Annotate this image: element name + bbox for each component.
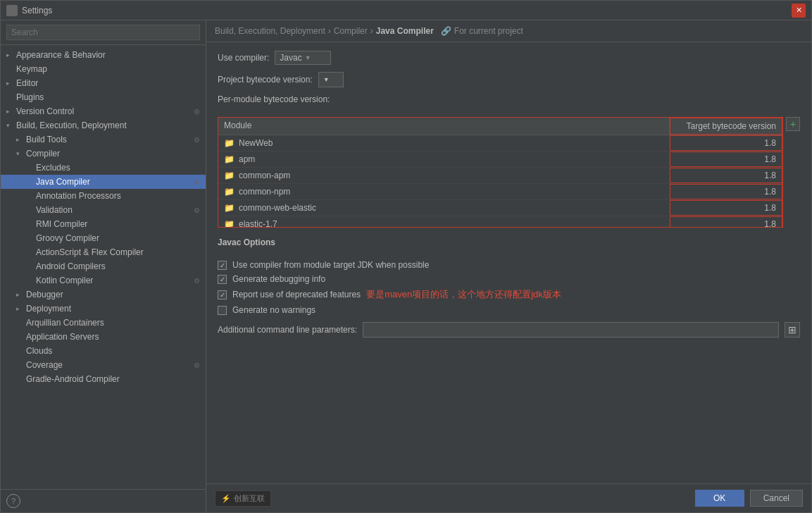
sidebar-item-label-groovy-compiler: Groovy Compiler [36,233,200,243]
sidebar-item-build-tools[interactable]: ▸Build Tools⚙ [1,132,206,147]
project-bytecode-select[interactable]: ▼ [318,72,344,87]
expand-icon-appearance: ▸ [6,51,16,58]
module-name: common-apm [239,171,290,180]
help-button[interactable]: ? [6,494,20,508]
sidebar-item-label-clouds: Clouds [26,346,200,356]
sidebar-item-android-compilers[interactable]: Android Compilers [1,259,206,273]
title-bar: Settings ✕ [1,1,811,20]
breadcrumb-part1: Build, Execution, Deployment [215,26,325,36]
for-current-project: For current project [454,26,523,36]
sidebar-item-label-excludes: Excludes [36,163,200,173]
sidebar-item-groovy-compiler[interactable]: Groovy Compiler [1,231,206,245]
search-input[interactable] [6,25,200,40]
sidebar-item-build-execution[interactable]: ▾Build, Execution, Deployment [1,118,206,132]
sidebar-item-appearance[interactable]: ▸Appearance & Behavior [1,48,206,62]
table-row[interactable]: 📁common-web-elastic1.8 [218,200,782,216]
sidebar-item-arquillian-containers[interactable]: Arquillian Containers [1,316,206,330]
sidebar-item-label-compiler: Compiler [26,149,200,159]
cancel-button[interactable]: Cancel [750,490,803,507]
window-title: Settings [22,6,792,16]
sidebar-item-label-version-control: Version Control [16,106,191,116]
settings-icon-build-tools: ⚙ [194,136,200,144]
breadcrumb-sep1: › [328,26,331,36]
settings-icon-kotlin-compiler: ⚙ [194,277,200,285]
expand-icon-version-control: ▸ [6,108,16,115]
cmdline-expand-button[interactable]: ⊞ [785,322,800,338]
target-version-col: 1.8 [670,152,782,167]
main-panel: Build, Execution, Deployment › Compiler … [206,20,811,512]
target-version-col: 1.8 [670,135,782,151]
breadcrumb-current: Java Compiler [376,26,434,36]
table-sidebar: + [786,117,800,228]
sidebar-item-java-compiler[interactable]: Java Compiler⚙ [1,175,206,189]
sidebar-item-label-arquillian-containers: Arquillian Containers [26,318,200,328]
add-module-button[interactable]: + [786,117,800,131]
sidebar-item-keymap[interactable]: Keymap [1,62,206,76]
cmdline-input[interactable] [363,322,779,338]
checkbox-label-report-deprecated: Report use of deprecated features [232,290,361,299]
sidebar-item-gradle-android[interactable]: Gradle-Android Compiler [1,372,206,386]
sidebar-item-excludes[interactable]: Excludes [1,161,206,175]
use-compiler-select[interactable]: Javac ▼ [275,51,331,65]
table-row[interactable]: 📁elastic-1.71.8 [218,216,782,227]
bytecode-arrow: ▼ [323,76,330,83]
sidebar-item-plugins[interactable]: Plugins [1,90,206,104]
settings-icon-validation: ⚙ [194,206,200,214]
sidebar-item-editor[interactable]: ▸Editor [1,76,206,90]
sidebar-item-label-editor: Editor [16,78,200,88]
close-button[interactable]: ✕ [792,4,806,18]
sidebar-item-version-control[interactable]: ▸Version Control⚙ [1,104,206,118]
use-compiler-label: Use compiler: [218,53,269,63]
expand-icon-deployment: ▸ [16,305,26,312]
sidebar-item-application-servers[interactable]: Application Servers [1,330,206,344]
checkbox-report-deprecated[interactable] [218,290,227,299]
sidebar-item-label-appearance: Appearance & Behavior [16,50,200,60]
checkbox-no-warnings[interactable] [218,306,227,315]
sidebar-item-kotlin-compiler[interactable]: Kotlin Compiler⚙ [1,273,206,288]
module-table: Module Target bytecode version 📁NewWeb1.… [218,117,783,228]
sidebar-item-clouds[interactable]: Clouds [1,344,206,358]
folder-icon: 📁 [224,219,235,227]
module-name: common-web-elastic [239,203,316,213]
sidebar-item-deployment[interactable]: ▸Deployment [1,302,206,316]
sidebar-item-validation[interactable]: Validation⚙ [1,203,206,217]
sidebar-item-label-keymap: Keymap [16,64,200,74]
folder-icon: 📁 [224,138,235,148]
settings-icon-coverage: ⚙ [194,361,200,369]
watermark-text: ⚡ [221,494,231,503]
checkbox-label-no-warnings: Generate no warnings [232,305,316,315]
checkbox-generate-debug[interactable] [218,275,227,284]
module-table-wrapper: Module Target bytecode version 📁NewWeb1.… [218,117,800,228]
sidebar-item-rmi-compiler[interactable]: RMI Compiler [1,217,206,231]
table-row[interactable]: 📁apm1.8 [218,152,782,168]
per-module-label: Per-module bytecode version: [218,94,330,104]
sidebar-item-annotation-processors[interactable]: Annotation Processors [1,189,206,203]
sidebar-item-coverage[interactable]: Coverage⚙ [1,358,206,372]
sidebar-item-label-java-compiler: Java Compiler [36,177,191,187]
sidebar-item-debugger[interactable]: ▸Debugger [1,288,206,302]
folder-icon: 📁 [224,171,235,180]
checkbox-label-use-module-target: Use compiler from module target JDK when… [232,260,429,270]
expand-icon-editor: ▸ [6,80,16,87]
module-col: 📁common-npm [218,184,670,199]
expand-icon-compiler: ▾ [16,150,26,157]
module-name: common-npm [239,187,290,197]
checkbox-use-module-target[interactable] [218,261,227,270]
ok-button[interactable]: OK [695,490,744,507]
search-box [1,20,206,45]
project-bytecode-row: Project bytecode version: ▼ [218,72,800,87]
sidebar-item-label-debugger: Debugger [26,290,200,299]
sidebar-item-actionscript-flex[interactable]: ActionScript & Flex Compiler [1,245,206,259]
table-row[interactable]: 📁common-apm1.8 [218,168,782,184]
use-compiler-value: Javac [280,53,301,63]
table-row[interactable]: 📁common-npm1.8 [218,184,782,200]
per-module-label-row: Per-module bytecode version: [218,94,800,110]
target-version-col: 1.8 [670,200,782,216]
watermark-area: ⚡ 创新互联 [215,490,689,507]
sidebar-item-label-application-servers: Application Servers [26,332,200,342]
sidebar-item-compiler[interactable]: ▾Compiler [1,147,206,161]
checkbox-row-no-warnings: Generate no warnings [218,305,800,315]
checkbox-row-generate-debug: Generate debugging info [218,274,800,284]
table-header: Module Target bytecode version [218,118,782,135]
table-row[interactable]: 📁NewWeb1.8 [218,135,782,152]
